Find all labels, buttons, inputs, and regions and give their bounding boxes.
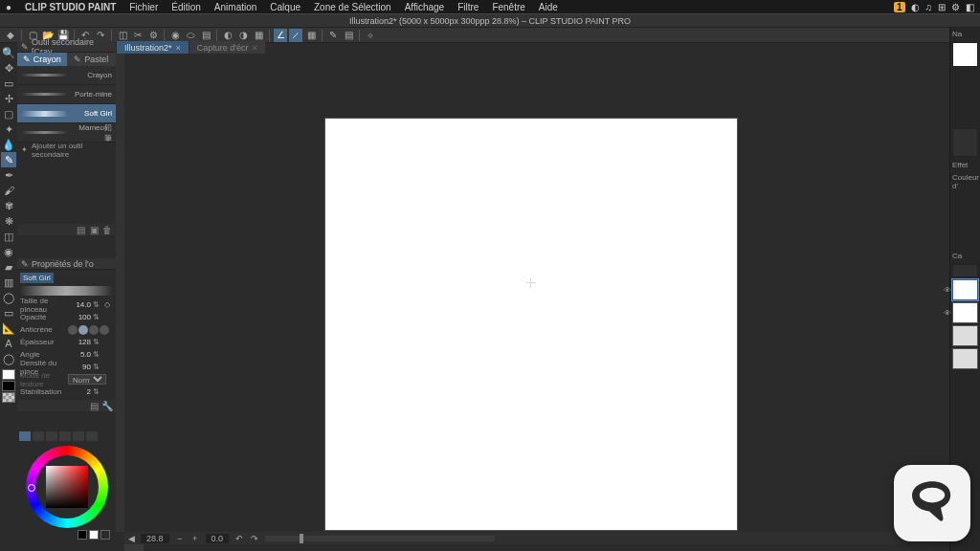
gradient-icon[interactable]: ▥ [1, 275, 16, 290]
layer-controls[interactable] [952, 264, 978, 277]
tool-icon[interactable]: ◐ [221, 29, 234, 42]
brush-softgirl[interactable]: Soft Girl [17, 104, 116, 123]
menu-calque[interactable]: Calque [270, 2, 301, 12]
airbrush-icon[interactable]: ✾ [1, 198, 16, 213]
menu-filtre[interactable]: Filtre [457, 2, 479, 12]
prop-value[interactable]: 2 [68, 387, 91, 396]
ruler-icon[interactable]: 📐 [1, 320, 16, 336]
marquee-icon[interactable]: ▢ [1, 106, 16, 121]
link-icon[interactable]: ◇ [104, 300, 110, 309]
menu-fichier[interactable]: Fichier [129, 2, 158, 12]
menu-animation[interactable]: Animation [214, 2, 256, 12]
aa-option[interactable] [68, 325, 78, 335]
prop-opacity[interactable]: Opacité100⇅ [20, 311, 113, 323]
stepper-icon[interactable]: ⇅ [93, 300, 102, 309]
timeline-toggle[interactable] [124, 544, 144, 551]
snap-special-icon[interactable]: ⟋ [289, 29, 302, 42]
notification-badge[interactable]: 1 [894, 2, 905, 12]
clipstudio-icon[interactable]: ◆ [4, 29, 17, 42]
navigator-tab[interactable]: Na [950, 28, 980, 40]
status-icon[interactable]: ⊞ [938, 2, 946, 12]
tool-icon[interactable]: ◉ [168, 29, 182, 42]
swatch-empty[interactable] [100, 530, 110, 540]
panel-header[interactable]: ✎ Outil secondaire [Cray [17, 41, 116, 53]
color-slider-tab[interactable] [33, 431, 44, 441]
stepper-icon[interactable]: ⇅ [93, 338, 102, 346]
status-icon[interactable]: ◐ [911, 2, 920, 12]
tab-capture[interactable]: Capture d'écr × [189, 41, 265, 54]
menu-icon[interactable]: ▤ [89, 401, 99, 410]
canvas[interactable] [325, 119, 737, 530]
tool-icon[interactable]: ⬭ [184, 29, 197, 42]
tool-icon[interactable]: ▦ [252, 29, 265, 42]
bg-color[interactable] [2, 381, 15, 391]
close-tab-icon[interactable]: × [253, 43, 257, 53]
texture-mode-select[interactable]: Normal [68, 374, 106, 385]
operate-icon[interactable]: ▭ [1, 76, 16, 91]
eraser-icon[interactable]: ◫ [1, 229, 16, 244]
apple-icon[interactable]: ● [6, 2, 11, 12]
close-tab-icon[interactable]: × [176, 43, 181, 53]
gear-icon[interactable]: ⚙ [146, 29, 160, 42]
subtab-pastel[interactable]: ✎Pastel [67, 53, 117, 66]
frame-icon[interactable]: ▭ [1, 305, 16, 320]
color-history-tab[interactable] [86, 431, 98, 441]
app-name[interactable]: CLIP STUDIO PAINT [25, 2, 116, 12]
color-set-tab[interactable] [46, 431, 57, 441]
assist-icon[interactable]: ⟐ [364, 29, 377, 42]
menu-edition[interactable]: Édition [171, 2, 201, 12]
prop-thickness[interactable]: Épaisseur128⇅ [20, 336, 113, 348]
rotate-value[interactable]: 0.0 [206, 534, 230, 543]
rotate-ccw[interactable]: ↶ [234, 534, 244, 543]
tool-icon[interactable]: ✎ [326, 29, 340, 42]
scrollbar-horizontal[interactable] [265, 536, 495, 541]
wand-icon[interactable]: ✦ [1, 121, 16, 137]
prop-value[interactable]: 128 [68, 338, 91, 346]
swatch-white[interactable] [89, 530, 99, 540]
aa-option[interactable] [100, 325, 109, 335]
transparent-color[interactable] [2, 392, 15, 403]
menu-aide[interactable]: Aide [539, 2, 558, 12]
prop-brush-size[interactable]: Taille de pinceau14.0⇅◇ [20, 298, 113, 311]
swatch-black[interactable] [78, 530, 87, 540]
stepper-icon[interactable]: ⇅ [93, 387, 102, 396]
brush-crayon[interactable]: Crayon [17, 66, 116, 85]
status-icon[interactable]: ♫ [925, 2, 933, 12]
layer-1[interactable]: 👁 [952, 279, 978, 300]
eye-icon[interactable]: 👁 [944, 309, 951, 318]
canvas-area[interactable] [124, 54, 940, 532]
layer-row[interactable] [952, 325, 978, 346]
dup-icon[interactable]: ▣ [89, 225, 99, 234]
panel-header[interactable]: ✎ Propriétés de l'o [17, 258, 116, 270]
navigator-thumb[interactable] [952, 42, 978, 67]
color-approx-tab[interactable] [73, 431, 84, 441]
stepper-icon[interactable]: ⇅ [93, 313, 102, 321]
rotate-cw[interactable]: ↷ [250, 534, 259, 543]
brush-portemine[interactable]: Porte-mine [17, 85, 116, 104]
menu-affichage[interactable]: Affichage [405, 2, 445, 12]
eyedropper-icon[interactable]: 💧 [1, 137, 16, 152]
subtab-crayon[interactable]: ✎Crayon [17, 53, 67, 66]
fg-color[interactable] [2, 369, 15, 380]
prop-value[interactable]: 5.0 [68, 350, 91, 359]
prop-value[interactable]: 90 [68, 363, 91, 371]
pen-icon[interactable]: ✒ [1, 167, 16, 183]
deco-icon[interactable]: ❋ [1, 213, 16, 229]
color-mid-tab[interactable] [59, 431, 71, 441]
move-icon[interactable]: ✥ [1, 60, 16, 76]
stepper-icon[interactable]: ⇅ [93, 363, 102, 371]
zoom-plus[interactable]: + [190, 534, 200, 543]
menu-selection[interactable]: Zone de Sélection [314, 2, 391, 12]
snap-ruler-icon[interactable]: ∠ [274, 29, 287, 42]
prop-texture-mode[interactable]: Mode de textureNormal [20, 373, 113, 386]
trash-icon[interactable]: 🗑 [102, 225, 112, 234]
prop-value[interactable]: 100 [68, 313, 91, 321]
color-wheel[interactable] [26, 446, 108, 528]
zoom-minus[interactable]: − [175, 534, 185, 543]
erase-icon[interactable]: ◫ [116, 29, 129, 42]
text-icon[interactable]: A [1, 336, 16, 351]
cut-icon[interactable]: ✂ [131, 29, 145, 42]
add-subtool[interactable]: ✦Ajouter un outil secondaire [17, 143, 116, 157]
status-icon[interactable]: ⚙ [951, 2, 960, 12]
figure-icon[interactable]: ◯ [1, 290, 16, 305]
